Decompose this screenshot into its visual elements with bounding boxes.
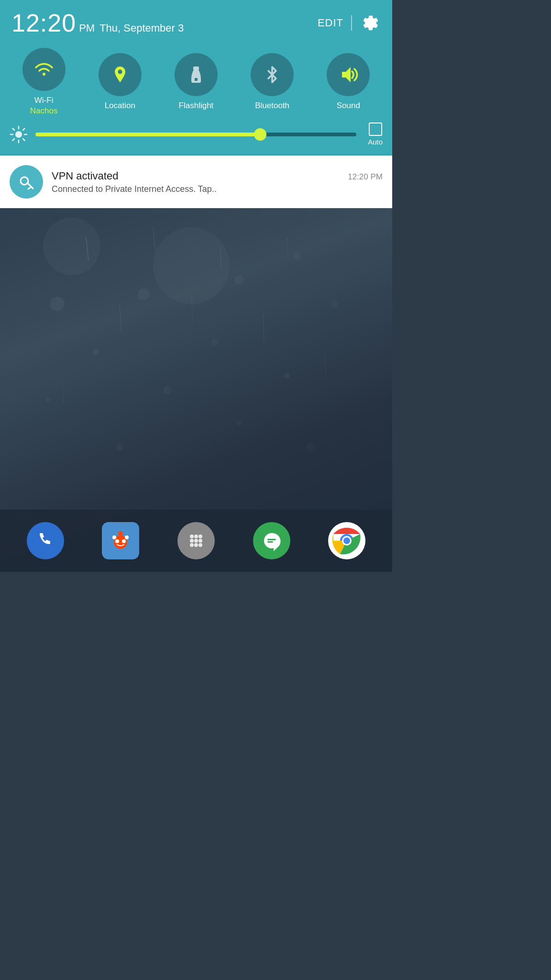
brightness-icon	[10, 125, 28, 144]
time-display: 12:20	[11, 9, 76, 37]
vpn-notification[interactable]: VPN activated 12:20 PM Connected to Priv…	[0, 156, 392, 208]
svg-point-19	[50, 297, 65, 311]
svg-point-50	[198, 535, 202, 538]
svg-rect-57	[267, 539, 276, 540]
chrome-icon	[330, 523, 364, 558]
svg-line-11	[23, 128, 25, 130]
svg-point-49	[194, 535, 198, 538]
ampm-display: PM	[79, 22, 95, 34]
notification-title: VPN activated	[52, 170, 118, 182]
date-display: Thu, September 3	[99, 22, 184, 34]
brightness-slider[interactable]	[35, 133, 356, 136]
svg-point-55	[194, 543, 198, 547]
notification-header: VPN activated 12:20 PM	[52, 170, 383, 182]
dock-launcher-button[interactable]	[177, 522, 215, 559]
dock-chrome-button[interactable]	[328, 522, 365, 559]
svg-point-28	[331, 300, 339, 308]
sound-icon	[336, 63, 360, 87]
notification-time: 12:20 PM	[348, 172, 383, 182]
svg-point-24	[212, 339, 219, 345]
wifi-label: Wi-Fi	[34, 96, 54, 105]
flashlight-icon	[184, 63, 208, 87]
notification-body: Connected to Private Internet Access. Ta…	[52, 184, 383, 194]
svg-point-53	[198, 539, 202, 543]
svg-line-35	[287, 237, 288, 256]
svg-line-33	[153, 227, 155, 254]
svg-line-36	[120, 304, 121, 333]
svg-point-47	[112, 535, 116, 539]
svg-point-54	[190, 543, 194, 547]
svg-point-51	[190, 539, 194, 543]
gear-icon	[361, 13, 380, 33]
svg-point-56	[198, 543, 202, 547]
dock-hangouts-button[interactable]	[253, 522, 290, 559]
svg-rect-1	[193, 67, 199, 70]
bluetooth-icon	[260, 63, 284, 87]
quick-settings-panel: 12:20 PM Thu, September 3 EDIT	[0, 0, 392, 156]
flashlight-label: Flashlight	[179, 101, 214, 111]
notification-content: VPN activated 12:20 PM Connected to Priv…	[52, 170, 383, 194]
svg-point-23	[93, 349, 99, 355]
svg-point-21	[234, 275, 244, 285]
svg-point-62	[343, 537, 350, 544]
wifi-toggle-circle	[22, 48, 66, 91]
hangouts-icon	[261, 530, 282, 551]
dock-phone-button[interactable]	[27, 522, 64, 559]
settings-button[interactable]	[360, 12, 381, 33]
app-dock	[0, 510, 392, 572]
status-bar-right: EDIT	[318, 12, 381, 33]
location-label: Location	[105, 101, 135, 111]
toggle-location[interactable]: Location	[99, 53, 142, 111]
svg-point-42	[115, 539, 119, 543]
wallpaper	[0, 208, 392, 572]
svg-line-40	[325, 352, 326, 380]
edit-button[interactable]: EDIT	[318, 17, 343, 29]
svg-point-17	[43, 218, 100, 275]
svg-point-18	[153, 227, 230, 304]
notification-icon-circle	[10, 165, 43, 199]
auto-label: Auto	[368, 138, 383, 146]
key-icon	[18, 173, 35, 190]
status-time: 12:20 PM Thu, September 3	[11, 9, 184, 37]
launcher-icon	[186, 530, 207, 551]
auto-brightness-button[interactable]: Auto	[368, 122, 383, 146]
flashlight-toggle-circle	[175, 53, 218, 96]
svg-rect-3	[195, 78, 198, 81]
reddit-icon	[109, 529, 132, 553]
svg-point-44	[118, 531, 123, 536]
toggle-flashlight[interactable]: Flashlight	[175, 53, 218, 111]
sound-toggle-circle	[327, 53, 370, 96]
toggle-sound[interactable]: Sound	[327, 53, 370, 111]
status-bar: 12:20 PM Thu, September 3 EDIT	[0, 0, 392, 43]
svg-point-29	[116, 444, 123, 451]
divider	[351, 15, 352, 31]
slider-thumb	[254, 128, 266, 141]
brightness-row: Auto	[0, 118, 392, 148]
quick-toggles-row: Wi-Fi Nachos Location	[0, 43, 392, 118]
slider-track	[35, 133, 356, 136]
svg-line-12	[13, 139, 15, 141]
location-toggle-circle	[99, 53, 142, 96]
toggle-bluetooth[interactable]: Bluetooth	[251, 53, 294, 111]
svg-line-38	[263, 313, 264, 342]
location-icon	[108, 63, 132, 87]
bluetooth-label: Bluetooth	[255, 101, 289, 111]
dock-reddit-button[interactable]	[102, 522, 139, 559]
svg-line-9	[13, 128, 15, 130]
svg-point-4	[15, 131, 22, 138]
wifi-icon	[32, 57, 56, 81]
auto-checkbox	[369, 122, 382, 136]
toggle-wifi[interactable]: Wi-Fi Nachos	[22, 48, 66, 116]
svg-point-20	[138, 289, 149, 300]
slider-fill	[35, 133, 260, 136]
svg-rect-58	[267, 541, 273, 543]
svg-point-48	[190, 535, 194, 538]
svg-point-27	[284, 373, 290, 379]
svg-point-43	[122, 539, 126, 543]
wifi-sublabel: Nachos	[30, 106, 58, 116]
bluetooth-toggle-circle	[251, 53, 294, 96]
svg-point-52	[194, 539, 198, 543]
svg-point-0	[118, 70, 122, 74]
svg-point-25	[45, 397, 50, 402]
svg-line-39	[62, 376, 64, 404]
